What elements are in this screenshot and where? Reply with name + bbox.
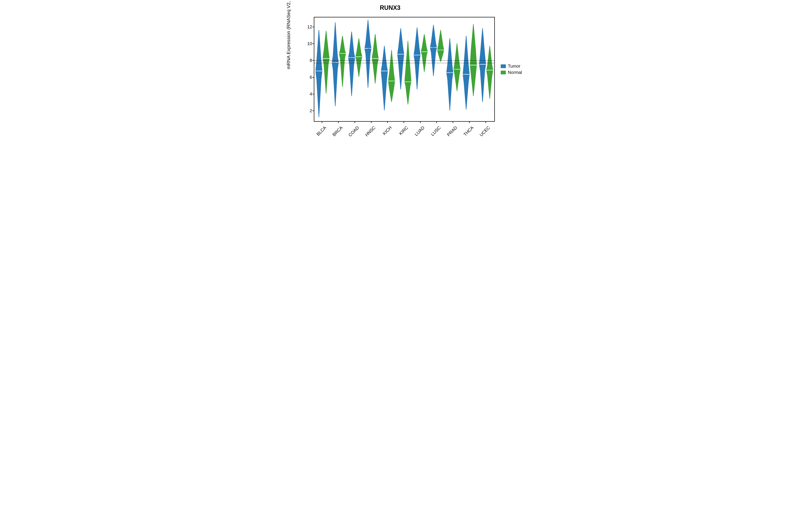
violin-normal bbox=[355, 38, 362, 77]
x-tick-label: KIRC bbox=[391, 125, 409, 143]
x-tick-label: HNSC bbox=[358, 125, 376, 143]
x-tick-mark bbox=[404, 122, 404, 123]
y-axis-label: mRNA Expression (RNASeq V2, log2) bbox=[286, 0, 291, 69]
x-tick-mark bbox=[371, 122, 371, 123]
violin-tumor bbox=[463, 36, 470, 110]
violin-tumor bbox=[332, 22, 339, 106]
chart-title: RUNX3 bbox=[283, 4, 498, 11]
violin-normal bbox=[323, 31, 329, 94]
y-tick-mark bbox=[312, 94, 314, 94]
y-tick-mark bbox=[312, 111, 314, 111]
violin-normal bbox=[437, 30, 444, 62]
violin-normal bbox=[388, 50, 395, 102]
x-tick-mark bbox=[469, 122, 470, 123]
x-tick-mark bbox=[322, 122, 322, 123]
legend: Tumor Normal bbox=[501, 62, 522, 76]
y-tick-label: 12 bbox=[306, 24, 312, 30]
x-tick-label: LUSC bbox=[424, 125, 442, 143]
legend-label: Normal bbox=[508, 70, 522, 75]
violin-normal bbox=[486, 46, 493, 99]
reference-line bbox=[314, 60, 494, 61]
x-tick-mark bbox=[436, 122, 437, 123]
y-tick-label: 4 bbox=[306, 92, 312, 97]
x-tick-label: PRAD bbox=[440, 125, 458, 143]
y-tick-mark bbox=[312, 77, 314, 77]
violin-normal bbox=[454, 44, 460, 91]
violin-normal bbox=[372, 34, 378, 83]
legend-item-normal: Normal bbox=[501, 70, 522, 75]
x-tick-label: COAD bbox=[342, 125, 360, 143]
x-tick-label: KICH bbox=[375, 125, 393, 143]
x-tick-mark bbox=[420, 122, 420, 123]
x-tick-label: UCEC bbox=[473, 125, 491, 143]
violin-normal bbox=[421, 34, 428, 72]
violin-tumor bbox=[364, 20, 371, 88]
violin-tumor bbox=[315, 30, 322, 117]
x-tick-mark bbox=[453, 122, 453, 123]
x-tick-mark bbox=[387, 122, 388, 123]
violin-normal bbox=[339, 36, 346, 87]
x-tick-label: BRCA bbox=[326, 125, 344, 143]
y-tick-mark bbox=[312, 27, 314, 27]
violin-tumor bbox=[381, 46, 388, 110]
y-tick-label: 10 bbox=[306, 41, 312, 46]
violin-tumor bbox=[397, 28, 404, 89]
x-tick-mark bbox=[355, 122, 355, 123]
x-tick-label: LUAD bbox=[408, 125, 425, 143]
violin-tumor bbox=[348, 32, 355, 96]
violin-tumor bbox=[430, 25, 437, 76]
y-tick-mark bbox=[312, 44, 314, 44]
violin-svg bbox=[314, 17, 494, 121]
reference-line bbox=[314, 63, 494, 63]
x-tick-mark bbox=[486, 122, 486, 123]
violin-tumor bbox=[446, 38, 453, 110]
x-tick-label: BLCA bbox=[309, 125, 327, 143]
y-tick-mark bbox=[312, 60, 314, 61]
violin-normal bbox=[404, 41, 411, 104]
legend-swatch-normal bbox=[501, 71, 506, 74]
violin-tumor bbox=[414, 27, 420, 89]
y-tick-label: 8 bbox=[306, 58, 312, 63]
x-tick-label: THCA bbox=[457, 125, 475, 143]
legend-label: Tumor bbox=[508, 64, 520, 69]
x-tick-mark bbox=[338, 122, 339, 123]
plot-area bbox=[314, 17, 495, 122]
legend-swatch-tumor bbox=[501, 64, 506, 68]
y-tick-label: 6 bbox=[306, 75, 312, 80]
violin-normal bbox=[470, 24, 477, 96]
y-tick-label: 2 bbox=[306, 108, 312, 113]
chart-container: RUNX3 mRNA Expression (RNASeq V2, log2) … bbox=[283, 0, 529, 154]
violin-tumor bbox=[479, 28, 486, 102]
legend-item-tumor: Tumor bbox=[501, 64, 522, 69]
